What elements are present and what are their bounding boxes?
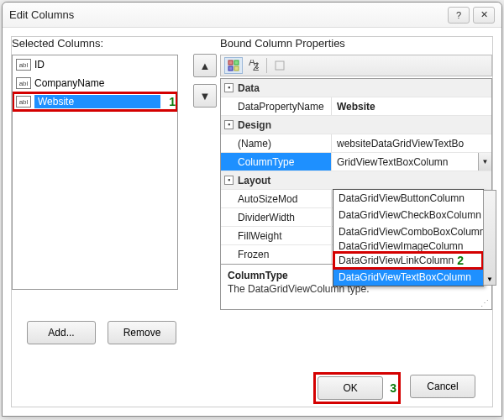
annotation-number: 3 (390, 381, 396, 395)
columntype-dropdown[interactable]: DataGridViewButtonColumn DataGridViewChe… (333, 189, 484, 286)
textbox-icon: abl (16, 96, 31, 108)
dropdown-option[interactable]: DataGridViewButtonColumn (333, 190, 483, 207)
collapse-icon[interactable]: ▪ (224, 176, 234, 185)
svg-rect-0 (228, 60, 233, 65)
category-data[interactable]: ▪Data (221, 79, 491, 97)
left-panel: Selected Columns: abl ID abl CompanyName… (12, 37, 188, 290)
separator (266, 58, 267, 73)
annotation-number: 1 (169, 95, 176, 108)
selected-columns-label: Selected Columns: (12, 37, 188, 50)
add-remove-row: Add... Remove (27, 321, 176, 344)
move-up-button[interactable]: ▲ (193, 54, 217, 77)
category-layout[interactable]: ▪Layout (221, 171, 491, 190)
svg-rect-3 (234, 66, 239, 71)
textbox-icon: abl (16, 77, 31, 89)
list-item[interactable]: abl ID (13, 55, 177, 74)
dropdown-option[interactable]: DataGridViewComboBoxColumn (333, 223, 483, 240)
list-item-website[interactable]: abl Website 1 (13, 92, 177, 111)
annotation-number: 2 (457, 254, 464, 267)
prop-name[interactable]: (Name) websiteDataGridViewTextBo (221, 134, 491, 153)
dialog-title: Edit Columns (9, 8, 444, 21)
remove-button[interactable]: Remove (108, 321, 176, 344)
move-down-button[interactable]: ▼ (193, 84, 217, 108)
list-item-label: Website (34, 95, 160, 108)
prop-columntype[interactable]: ColumnType GridViewTextBoxColumn ▼ (221, 153, 491, 171)
dropdown-button[interactable]: ▼ (478, 153, 491, 171)
help-button[interactable]: ? (448, 7, 470, 24)
svg-rect-1 (234, 60, 239, 65)
add-button[interactable]: Add... (27, 321, 96, 344)
propertypage-icon[interactable] (270, 57, 289, 74)
list-item-label: CompanyName (34, 77, 174, 89)
titlebar: Edit Columns ? ✕ (3, 3, 501, 28)
dropdown-scrollbar[interactable]: ▼ (483, 190, 496, 286)
chevron-down-icon: ▼ (482, 158, 489, 165)
propertygrid-toolbar: AZ (220, 55, 492, 76)
dialog-content: Selected Columns: abl ID abl CompanyName… (11, 36, 493, 407)
category-design[interactable]: ▪Design (221, 116, 491, 134)
textbox-icon: abl (16, 59, 31, 71)
arrow-up-icon: ▲ (200, 60, 211, 72)
prop-datapropertyname[interactable]: DataPropertyName Website (221, 97, 491, 116)
resize-gripper[interactable]: ⋰ (480, 298, 490, 307)
bound-properties-label: Bound Column Properties (220, 37, 492, 50)
arrow-down-icon: ▼ (200, 90, 211, 102)
svg-text:Z: Z (253, 61, 259, 71)
alphabetical-icon[interactable]: AZ (244, 57, 263, 74)
reorder-buttons: ▲ ▼ (193, 54, 217, 114)
dialog-footer: OK 3 Cancel (316, 375, 475, 402)
list-item-label: ID (34, 59, 174, 71)
categorized-icon[interactable] (224, 57, 243, 74)
ok-button[interactable]: OK (318, 376, 383, 400)
dropdown-option-link[interactable]: DataGridViewLinkColumn 2 (333, 252, 483, 269)
svg-rect-6 (276, 61, 284, 70)
close-button[interactable]: ✕ (473, 7, 495, 24)
dropdown-option[interactable]: DataGridViewImageColumn (333, 240, 483, 252)
svg-rect-2 (228, 66, 233, 71)
edit-columns-dialog: Edit Columns ? ✕ Selected Columns: abl I… (2, 2, 502, 417)
dropdown-option-textbox[interactable]: DataGridViewTextBoxColumn (333, 269, 483, 286)
ok-annotation: OK 3 (316, 375, 398, 402)
dropdown-option[interactable]: DataGridViewCheckBoxColumn (333, 207, 483, 223)
selected-columns-list[interactable]: abl ID abl CompanyName abl Website 1 (12, 55, 178, 290)
chevron-down-icon: ▼ (486, 276, 493, 283)
list-item[interactable]: abl CompanyName (13, 74, 177, 92)
collapse-icon[interactable]: ▪ (224, 120, 234, 129)
collapse-icon[interactable]: ▪ (224, 83, 234, 92)
cancel-button[interactable]: Cancel (410, 375, 475, 398)
